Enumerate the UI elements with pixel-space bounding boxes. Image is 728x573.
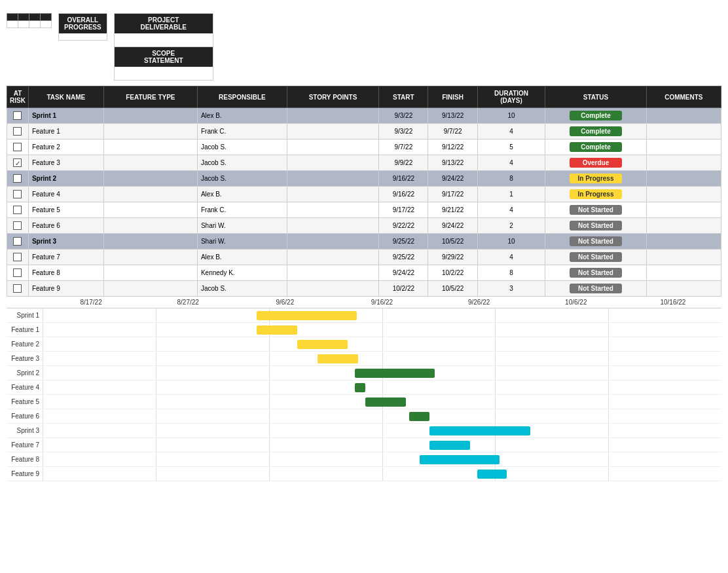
checkbox[interactable] xyxy=(13,221,22,230)
gantt-bar xyxy=(257,311,357,320)
gantt-bar xyxy=(429,441,470,450)
at-risk-cell[interactable] xyxy=(7,265,29,281)
gantt-grid-line xyxy=(495,323,496,337)
col-comments: COMMENTS xyxy=(646,86,721,108)
finish-cell: 9/24/22 xyxy=(428,171,477,187)
checkbox[interactable] xyxy=(13,111,22,120)
start-cell: 9/17/22 xyxy=(379,202,428,218)
feature-type-cell xyxy=(103,108,197,124)
gantt-grid-line xyxy=(269,337,270,351)
table-row: Feature 1Frank C.9/3/229/7/224Complete xyxy=(7,124,721,139)
comments-cell xyxy=(646,108,721,124)
gantt-grid-line xyxy=(43,438,43,452)
at-risk-cell[interactable] xyxy=(7,155,29,171)
table-row: Feature 9Jacob S.10/2/2210/5/223Not Star… xyxy=(7,281,721,297)
gantt-row: Sprint 2 xyxy=(7,366,721,380)
col-at-risk: ATRISK xyxy=(7,86,29,108)
gantt-row-label: Feature 7 xyxy=(7,441,43,449)
table-row: Feature 8Kennedy K.9/24/2210/2/228Not St… xyxy=(7,265,721,281)
feature-type-cell xyxy=(103,171,197,187)
at-risk-cell[interactable] xyxy=(7,202,29,218)
at-risk-cell[interactable] xyxy=(7,281,29,297)
gantt-grid-line xyxy=(156,395,156,409)
gantt-date-label: 10/6/22 xyxy=(528,299,625,306)
responsible-cell: Frank C. xyxy=(197,124,287,139)
duration-cell: 8 xyxy=(477,265,545,281)
checkbox[interactable] xyxy=(13,206,22,214)
feature-type-cell xyxy=(103,139,197,155)
at-risk-cell[interactable] xyxy=(7,124,29,139)
at-risk-cell[interactable] xyxy=(7,108,29,124)
gantt-grid-line xyxy=(43,337,43,351)
gantt-bar xyxy=(477,470,507,479)
duration-cell: 8 xyxy=(477,171,545,187)
scope-statement-value xyxy=(115,67,213,80)
gantt-row-label: Sprint 1 xyxy=(7,312,43,319)
gantt-header: 8/17/228/27/229/6/229/16/229/26/2210/6/2… xyxy=(7,297,721,308)
gantt-grid-line xyxy=(495,308,496,322)
checkbox[interactable] xyxy=(13,284,22,293)
finish-cell: 9/12/22 xyxy=(428,139,477,155)
at-risk-cell[interactable] xyxy=(7,250,29,265)
gantt-grid-line xyxy=(43,308,43,322)
duration-cell: 2 xyxy=(477,218,545,234)
status-badge: Not Started xyxy=(570,221,622,231)
overall-progress-value xyxy=(59,33,107,40)
project-manager-value xyxy=(18,21,29,28)
gantt-track xyxy=(43,308,721,322)
gantt-grid-line xyxy=(269,453,270,466)
checkbox[interactable] xyxy=(13,237,22,246)
task-name-cell: Feature 2 xyxy=(28,139,103,155)
finish-cell: 10/2/22 xyxy=(428,265,477,281)
story-points-cell xyxy=(287,155,378,171)
responsible-cell: Kennedy K. xyxy=(197,265,287,281)
gantt-grid-line xyxy=(608,308,609,322)
gantt-grid-line xyxy=(269,380,270,394)
gantt-track xyxy=(43,395,721,409)
at-risk-cell[interactable] xyxy=(7,187,29,202)
responsible-cell: Jacob S. xyxy=(197,139,287,155)
story-points-cell xyxy=(287,187,378,202)
responsible-cell: Alex B. xyxy=(197,108,287,124)
feature-type-cell xyxy=(103,281,197,297)
at-risk-cell[interactable] xyxy=(7,171,29,187)
start-cell: 9/25/22 xyxy=(379,234,428,250)
at-risk-cell[interactable] xyxy=(7,139,29,155)
responsible-cell: Shari W. xyxy=(197,234,287,250)
gantt-row-label: Feature 6 xyxy=(7,413,43,420)
gantt-grid-line xyxy=(495,337,496,351)
comments-cell xyxy=(646,202,721,218)
gantt-grid-line xyxy=(156,323,156,337)
col-task-name: TASK NAME xyxy=(28,86,103,108)
gantt-row: Feature 7 xyxy=(7,438,721,453)
checkbox[interactable] xyxy=(13,190,22,198)
status-badge: Overdue xyxy=(570,158,622,168)
comments-cell xyxy=(646,250,721,265)
gantt-grid-line xyxy=(43,380,43,394)
comments-cell xyxy=(646,218,721,234)
gantt-grid-line xyxy=(382,380,383,394)
at-risk-cell[interactable] xyxy=(7,218,29,234)
gantt-bar xyxy=(355,383,365,392)
start-cell: 9/7/22 xyxy=(379,139,428,155)
gantt-grid-line xyxy=(608,409,609,423)
checkbox[interactable] xyxy=(13,158,22,167)
finish-cell: 9/17/22 xyxy=(428,187,477,202)
checkbox[interactable] xyxy=(13,174,22,183)
gantt-bar xyxy=(429,426,530,435)
gantt-row: Feature 2 xyxy=(7,337,721,352)
gantt-grid-line xyxy=(495,409,496,423)
start-date-header xyxy=(29,14,41,21)
start-cell: 9/3/22 xyxy=(379,108,428,124)
gantt-grid-line xyxy=(382,424,383,437)
checkbox[interactable] xyxy=(13,127,22,136)
at-risk-cell[interactable] xyxy=(7,234,29,250)
checkbox[interactable] xyxy=(13,253,22,261)
checkbox[interactable] xyxy=(13,143,22,151)
overall-progress-box: OVERALLPROGRESS xyxy=(58,13,107,41)
table-row: Sprint 3Shari W.9/25/2210/5/2210Not Star… xyxy=(7,234,721,250)
task-table: ATRISK TASK NAME FEATURE TYPE RESPONSIBL… xyxy=(7,86,721,297)
gantt-grid-line xyxy=(269,395,270,409)
checkbox[interactable] xyxy=(13,268,22,277)
responsible-cell: Jacob S. xyxy=(197,171,287,187)
